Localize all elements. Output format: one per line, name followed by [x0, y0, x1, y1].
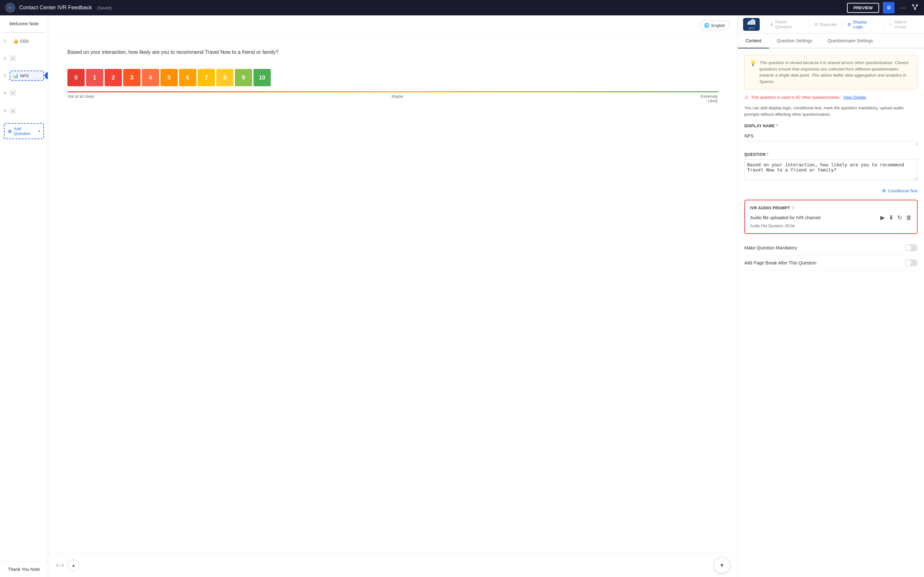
tab-question-settings[interactable]: Question Settings: [769, 34, 820, 48]
ces-label: CES: [20, 39, 29, 44]
ces-icon: 👍: [13, 39, 18, 44]
tab-questionnaire-settings[interactable]: Questionnaire Settings: [820, 34, 881, 48]
right-toolbar: NPS ⊘ Retire Question ⧉ Duplicate ⚙ Disp…: [738, 15, 924, 34]
app-header: ← Contact Center IVR Feedback (Saved) PR…: [0, 0, 924, 15]
clone-info-text: This question is cloned because it is sh…: [759, 60, 912, 85]
page-break-toggle[interactable]: [905, 259, 918, 266]
welcome-note-item[interactable]: Welcome Note: [0, 15, 48, 32]
nps-cell-4[interactable]: 4: [142, 69, 159, 86]
tab-content[interactable]: Content: [738, 34, 769, 48]
conditional-text-label: Conditional Text: [888, 189, 918, 193]
back-button[interactable]: ←: [5, 3, 15, 13]
sidebar-item-ces[interactable]: 1 👍 CES: [0, 33, 48, 49]
item-num-3: 3: [4, 73, 8, 78]
svg-point-1: [916, 4, 918, 6]
page-break-row: Add Page Break After This Question: [744, 255, 918, 271]
required-star-display: *: [776, 124, 778, 128]
svg-rect-8: [752, 19, 754, 25]
nps-cell-7[interactable]: 7: [198, 69, 215, 86]
add-between-button[interactable]: +: [45, 72, 48, 79]
make-mandatory-toggle[interactable]: [905, 244, 918, 251]
item-num-1: 1: [4, 39, 8, 43]
toolbar-sep-2: [842, 21, 842, 28]
ivr-header: IVR AUDIO PROMPT ℹ: [750, 205, 912, 210]
ivr-title: IVR AUDIO PROMPT: [750, 206, 790, 210]
language-button[interactable]: 🌐 English: [699, 21, 730, 30]
nps-type-badge[interactable]: NPS: [743, 18, 760, 31]
question-field-group: QUESTION * Based on your interaction, ho…: [744, 152, 918, 182]
nps-cell-10[interactable]: 10: [254, 69, 271, 86]
display-name-char-count: 3: [744, 142, 918, 146]
add-to-group-icon: ＋: [888, 21, 893, 27]
svg-rect-5: [748, 22, 749, 25]
svg-rect-7: [751, 20, 752, 25]
ivr-audio-section: IVR AUDIO PROMPT ℹ Audio file uploaded f…: [744, 200, 918, 234]
nps-labels: Not at all Likely Maybe ExtremelyLikely: [67, 94, 718, 103]
add-to-group-button[interactable]: ＋ Add to Group: [888, 19, 919, 29]
ivr-delete-button[interactable]: 🗑: [906, 214, 912, 221]
preview-content-area: Based on your interaction, how likely ar…: [48, 35, 738, 553]
nps-cell-2[interactable]: 2: [105, 69, 122, 86]
empty-icon-5: ≡: [10, 108, 16, 114]
branch-button[interactable]: [911, 3, 919, 13]
toolbar-sep-3: [883, 21, 883, 28]
sidebar-item-2: 2 ≡: [0, 49, 48, 67]
ivr-audio-name: Audio file uploaded for IVR channel: [750, 215, 821, 220]
nps-cell-1[interactable]: 1: [86, 69, 103, 86]
conditional-icon: ⚙: [882, 188, 886, 193]
add-question-label: Add Question: [14, 126, 36, 136]
nps-cell-6[interactable]: 6: [179, 69, 196, 86]
add-icon: ⊕: [8, 128, 12, 134]
item-num-5: 5: [4, 109, 8, 113]
nps-cell-5[interactable]: 5: [160, 69, 178, 86]
nps-cell-9[interactable]: 9: [235, 69, 252, 86]
page-break-label: Add Page Break After This Question: [744, 260, 817, 266]
ivr-audio-controls: ▶ ⬇ ↻ 🗑: [880, 214, 912, 221]
ivr-audio-row: Audio file uploaded for IVR channel ▶ ⬇ …: [750, 214, 912, 221]
thank-you-note-item[interactable]: Thank You Note: [0, 561, 48, 577]
question-preview: 🌐 English Based on your interaction, how…: [48, 15, 738, 577]
clone-info-box: 💡 This question is cloned because it is …: [744, 55, 918, 89]
nav-down-button[interactable]: ▾: [714, 557, 730, 573]
right-content-area: 💡 This question is cloned because it is …: [738, 48, 924, 577]
saved-indicator: (Saved): [97, 5, 112, 10]
question-input[interactable]: Based on your interaction, how likely ar…: [744, 159, 918, 181]
nps-scale-line: [67, 91, 718, 92]
empty-item-4: ≡: [10, 87, 19, 99]
display-name-label: DISPLAY NAME *: [744, 124, 918, 128]
svg-point-0: [913, 4, 914, 6]
make-mandatory-row: Make Question Mandatory: [744, 240, 918, 255]
nps-cell-3[interactable]: 3: [123, 69, 141, 86]
nps-cell-0[interactable]: 0: [67, 69, 85, 86]
monitor-icon: 🖥: [886, 5, 891, 11]
nps-cell-8[interactable]: 8: [216, 69, 234, 86]
make-mandatory-label: Make Question Mandatory: [744, 245, 797, 250]
monitor-button[interactable]: 🖥: [883, 2, 895, 13]
nav-up-button[interactable]: ▲: [68, 559, 79, 571]
preview-footer: 3 / 5 ▲ ▾: [48, 553, 738, 577]
ivr-info-icon[interactable]: ℹ: [792, 205, 794, 210]
ivr-play-button[interactable]: ▶: [880, 214, 885, 221]
ivr-refresh-button[interactable]: ↻: [897, 214, 902, 221]
item-num-2: 2: [4, 56, 8, 61]
lightbulb-icon: 💡: [750, 60, 756, 85]
ivr-download-button[interactable]: ⬇: [889, 214, 893, 221]
more-options-button[interactable]: ⋯: [900, 4, 906, 11]
preview-button[interactable]: PREVIEW: [847, 3, 879, 13]
nps-badge-label: NPS: [748, 27, 754, 30]
display-logic-button[interactable]: ⚙ Display Logic: [847, 19, 877, 29]
nps-sidebar-icon: 📊: [13, 73, 18, 78]
duplicate-button[interactable]: ⧉ Duplicate: [814, 22, 837, 27]
retire-question-button[interactable]: ⊘ Retire Question: [770, 19, 804, 29]
warning-text: This question is used in 62 other questi…: [751, 95, 841, 100]
nps-label-middle: Maybe: [392, 94, 403, 103]
nps-scale: 0 1 2 3 4 5 6 7 8 9 10: [67, 69, 718, 86]
sidebar-item-nps[interactable]: 3 📊 NPS +: [0, 67, 48, 84]
conditional-text-button[interactable]: ⚙ Conditional Text: [744, 188, 918, 193]
required-star-question: *: [767, 152, 769, 157]
display-name-input[interactable]: [744, 131, 918, 141]
item-num-4: 4: [4, 91, 8, 95]
nps-label-right: ExtremelyLikely: [701, 94, 718, 103]
view-details-link[interactable]: View Details: [843, 95, 866, 100]
add-question-button[interactable]: ⊕ Add Question ▾: [4, 123, 44, 139]
